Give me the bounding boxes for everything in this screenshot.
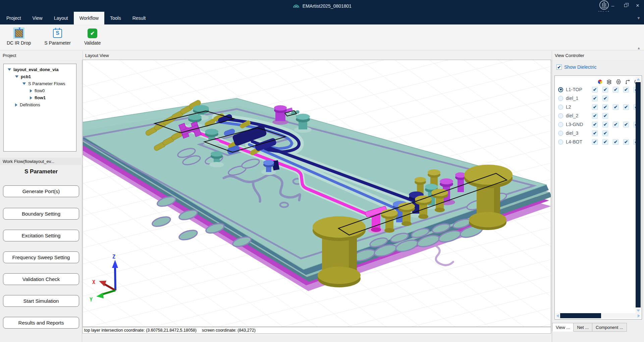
view-controller-header: View Controller — [552, 51, 644, 60]
results-and-reports-button[interactable]: Results and Reports — [3, 317, 79, 329]
layer-name[interactable]: diel_1 — [566, 96, 590, 101]
project-panel-header: Project — [0, 51, 82, 60]
layer-radio[interactable] — [558, 105, 563, 110]
layer-check-cell: ✔ — [621, 122, 631, 127]
layer-name[interactable]: L4-BOT — [566, 139, 590, 145]
layer-checkbox[interactable]: ✔ — [592, 87, 598, 93]
trace-icon — [623, 78, 633, 85]
toolbar-dc-ir-drop[interactable]: ▼ DC IR Drop — [7, 27, 31, 50]
restore-button[interactable] — [620, 0, 631, 11]
layer-name[interactable]: L1-TOP — [566, 87, 590, 92]
vertical-scrollbar-thumb[interactable] — [636, 82, 641, 307]
layer-checkbox[interactable]: ✔ — [613, 139, 619, 145]
layer-name[interactable]: diel_3 — [566, 130, 590, 136]
collapse-arrow-icon[interactable] — [15, 103, 17, 107]
menu-item-project[interactable]: Project — [1, 12, 27, 24]
layer-row-diel-2: diel_2✔✔ — [555, 111, 642, 120]
tree-label: pcb1 — [21, 74, 31, 79]
layer-check-cell: ✔ — [600, 87, 610, 93]
menu-item-result[interactable]: Result — [127, 12, 152, 24]
tree-item-s-parameter-flows[interactable]: S Parameter Flows — [4, 80, 76, 87]
scroll-down-icon[interactable] — [637, 309, 640, 312]
tab-net[interactable]: Net ... — [574, 323, 592, 332]
layer-checkbox[interactable]: ✔ — [623, 122, 629, 127]
right-panel-tabs: View ... Net ... Component ... — [552, 323, 627, 332]
layer-checkbox[interactable]: ✔ — [602, 87, 608, 93]
excitation-setting-button[interactable]: Excitation Setting — [3, 230, 79, 241]
layer-radio[interactable] — [558, 113, 563, 118]
menu-item-view[interactable]: View — [27, 12, 48, 24]
layer-name[interactable]: diel_2 — [566, 113, 590, 118]
horizontal-scrollbar-thumb[interactable] — [560, 313, 601, 318]
layer-checkbox[interactable]: ✔ — [623, 104, 629, 110]
horizontal-scrollbar[interactable] — [556, 313, 641, 318]
layer-checkbox[interactable]: ✔ — [592, 113, 598, 119]
expand-arrow-icon[interactable] — [8, 68, 11, 71]
status-screen-coordinate: screen coordinate: (843,272) — [202, 328, 256, 333]
tree-item-pcb1[interactable]: pcb1 — [4, 73, 76, 80]
status-bar: top layer intersection coordinate: (3.60… — [83, 327, 551, 334]
tree-label: layout_eval_done_via — [13, 67, 58, 72]
menu-item-tools[interactable]: Tools — [104, 12, 127, 24]
toolbar-validate[interactable]: ✔ Validate — [84, 27, 101, 50]
layer-radio[interactable] — [558, 131, 563, 136]
layer-checkbox[interactable]: ✔ — [602, 104, 608, 110]
expand-arrow-icon[interactable] — [15, 75, 18, 78]
scroll-right-icon[interactable] — [638, 314, 640, 318]
layer-radio[interactable] — [558, 122, 563, 127]
layer-checkbox[interactable]: ✔ — [623, 87, 629, 93]
layer-check-cell: ✔ — [590, 130, 600, 136]
toolbar-s-parameter[interactable]: S S Parameter — [44, 27, 71, 50]
expand-arrow-icon[interactable] — [22, 82, 26, 85]
frequency-sweep-setting-button[interactable]: Frequency Sweep Setting — [3, 251, 79, 263]
menu-item-workflow[interactable]: Workflow — [74, 12, 104, 24]
close-button[interactable]: ✕ — [632, 0, 643, 11]
layer-check-cell: ✔ — [600, 113, 610, 119]
layer-radio[interactable] — [558, 139, 563, 145]
validation-check-button[interactable]: Validation Check — [3, 273, 79, 285]
tab-view[interactable]: View ... — [552, 323, 574, 332]
layout-3d-viewport[interactable]: Z X Y — [83, 60, 551, 327]
layer-checkbox[interactable]: ✔ — [592, 104, 598, 110]
tree-item-layout-eval-done-via[interactable]: layout_eval_done_via — [4, 66, 76, 73]
layer-checkbox[interactable]: ✔ — [602, 122, 608, 127]
axis-z-label: Z — [112, 254, 115, 260]
tab-component[interactable]: Component ... — [592, 323, 627, 332]
vertical-scrollbar[interactable] — [636, 77, 641, 313]
layer-radio[interactable] — [558, 96, 563, 101]
scroll-left-icon[interactable] — [556, 314, 559, 318]
layer-checkbox[interactable]: ✔ — [602, 113, 608, 119]
layer-radio[interactable] — [558, 87, 563, 92]
layer-checkbox[interactable]: ✔ — [613, 122, 619, 127]
layer-checkbox[interactable]: ✔ — [592, 130, 598, 136]
layer-checkbox[interactable]: ✔ — [592, 122, 598, 127]
layer-checkbox[interactable]: ✔ — [623, 139, 629, 145]
show-dielectric-checkbox[interactable]: ✔ Show Dielectric — [556, 64, 596, 70]
tree-item-definitions[interactable]: Definitions — [4, 101, 76, 108]
start-simulation-button[interactable]: Start Simulation — [3, 295, 79, 307]
layer-checkbox[interactable]: ✔ — [602, 139, 608, 145]
layer-check-cell: ✔ — [600, 104, 610, 110]
layer-checkbox[interactable]: ✔ — [592, 96, 598, 101]
boundary-setting-button[interactable]: Boundary Setting — [3, 208, 79, 220]
collapse-arrow-icon[interactable] — [30, 89, 32, 93]
layer-checkbox[interactable]: ✔ — [613, 104, 619, 110]
collapse-arrow-icon[interactable] — [30, 96, 32, 100]
tree-item-flow1[interactable]: flow1 — [4, 94, 76, 101]
tree-item-flow0[interactable]: flow0 — [4, 87, 76, 94]
minimize-button[interactable]: – — [607, 0, 619, 11]
ribbon-collapse-chevron-down-icon[interactable]: ▼ — [637, 16, 641, 20]
layer-name[interactable]: L3-GND — [566, 122, 590, 127]
generate-ports-button[interactable]: Generate Port(s) — [3, 185, 79, 197]
layer-check-cell: ✔ — [590, 96, 600, 101]
layer-checkbox[interactable]: ✔ — [602, 130, 608, 136]
menu-item-layout[interactable]: Layout — [48, 12, 74, 24]
layer-check-cell: ✔ — [590, 139, 600, 145]
scroll-up-icon[interactable] — [637, 78, 640, 80]
status-intersection-coordinate: top layer intersection coordinate: (3.60… — [84, 328, 197, 333]
layer-checkbox[interactable]: ✔ — [613, 87, 619, 93]
layer-name[interactable]: L2 — [566, 104, 590, 110]
ribbon-expand-chevron-up-icon[interactable]: ▲ — [637, 46, 641, 50]
layer-checkbox[interactable]: ✔ — [602, 96, 608, 101]
layer-checkbox[interactable]: ✔ — [592, 139, 598, 145]
